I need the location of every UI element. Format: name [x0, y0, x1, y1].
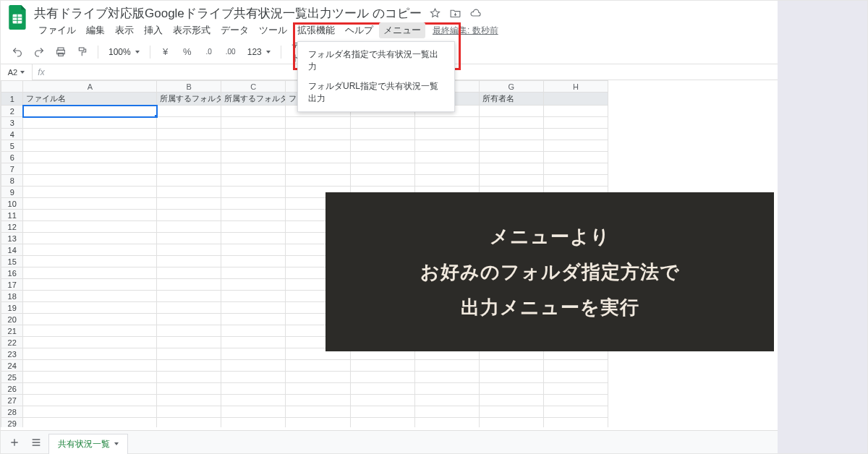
row-header[interactable]: 3: [1, 117, 23, 129]
sheets-logo[interactable]: [8, 5, 28, 30]
cell[interactable]: [414, 152, 479, 163]
cell[interactable]: [23, 302, 157, 314]
cell[interactable]: [350, 152, 414, 163]
cell[interactable]: [543, 175, 608, 187]
cell[interactable]: [543, 129, 608, 140]
cell[interactable]: [414, 418, 479, 428]
cell[interactable]: [543, 152, 608, 163]
cell[interactable]: [23, 383, 157, 395]
cell[interactable]: [157, 302, 221, 314]
cell[interactable]: [221, 325, 286, 337]
cell[interactable]: [350, 406, 414, 418]
cell[interactable]: [157, 187, 221, 198]
cell[interactable]: [350, 117, 414, 129]
menu-custom-menu[interactable]: メニュー: [379, 22, 425, 38]
star-icon[interactable]: [429, 7, 442, 20]
cell[interactable]: [543, 395, 608, 406]
cell[interactable]: [350, 383, 414, 395]
row-header[interactable]: 4: [1, 129, 23, 140]
row-header[interactable]: 6: [1, 152, 23, 163]
cell[interactable]: [221, 256, 286, 267]
paint-format-button[interactable]: [73, 43, 92, 61]
doc-title[interactable]: 共有ドライブ対応版Googleドライブ共有状況一覧出力ツール のコピー: [34, 5, 422, 22]
cell[interactable]: [221, 337, 286, 348]
cell[interactable]: [479, 163, 543, 175]
cell[interactable]: [157, 325, 221, 337]
cell[interactable]: [157, 337, 221, 348]
cell[interactable]: [543, 372, 608, 383]
cell[interactable]: [479, 140, 543, 152]
cell[interactable]: [221, 372, 286, 383]
row-header[interactable]: 12: [1, 221, 23, 233]
cell[interactable]: [221, 106, 286, 117]
cell[interactable]: 所属するフォルダURL: [221, 93, 286, 106]
cell[interactable]: [350, 395, 414, 406]
cell[interactable]: [23, 152, 157, 163]
menu-file[interactable]: ファイル: [34, 22, 80, 38]
cell[interactable]: [221, 198, 286, 210]
cell[interactable]: [157, 291, 221, 302]
cell[interactable]: [286, 140, 350, 152]
cell[interactable]: [350, 163, 414, 175]
cell[interactable]: [414, 129, 479, 140]
cell[interactable]: [221, 348, 286, 360]
cell[interactable]: [157, 348, 221, 360]
print-button[interactable]: [51, 43, 70, 61]
cell[interactable]: [23, 267, 157, 279]
cell[interactable]: [414, 406, 479, 418]
cell[interactable]: [23, 325, 157, 337]
cell[interactable]: [221, 360, 286, 372]
cell[interactable]: [221, 129, 286, 140]
col-header[interactable]: C: [221, 81, 286, 93]
cell[interactable]: [23, 314, 157, 325]
percent-button[interactable]: %: [178, 43, 197, 61]
cell[interactable]: [350, 372, 414, 383]
row-header[interactable]: 1: [1, 93, 23, 106]
cell[interactable]: [286, 152, 350, 163]
cell[interactable]: [23, 106, 157, 117]
row-header[interactable]: 16: [1, 267, 23, 279]
formula-bar[interactable]: [50, 65, 867, 80]
row-header[interactable]: 8: [1, 175, 23, 187]
cell[interactable]: [286, 360, 350, 372]
menu-data[interactable]: データ: [216, 22, 253, 38]
cell[interactable]: [157, 106, 221, 117]
col-header[interactable]: G: [479, 81, 543, 93]
menu-tools[interactable]: ツール: [255, 22, 292, 38]
cell[interactable]: [157, 175, 221, 187]
menu-format[interactable]: 表示形式: [169, 22, 215, 38]
cell[interactable]: [479, 360, 543, 372]
cell[interactable]: [221, 383, 286, 395]
cell[interactable]: [221, 163, 286, 175]
cell[interactable]: [157, 210, 221, 221]
cell[interactable]: [221, 406, 286, 418]
row-header[interactable]: 29: [1, 418, 23, 428]
row-header[interactable]: 19: [1, 302, 23, 314]
cell[interactable]: [414, 395, 479, 406]
cell[interactable]: [543, 163, 608, 175]
cell[interactable]: [221, 291, 286, 302]
row-header[interactable]: 7: [1, 163, 23, 175]
cell[interactable]: [157, 198, 221, 210]
cell[interactable]: [543, 406, 608, 418]
dec-decrease-button[interactable]: .0: [200, 43, 218, 61]
row-header[interactable]: 10: [1, 198, 23, 210]
cell[interactable]: [286, 117, 350, 129]
menu-help[interactable]: ヘルプ: [341, 22, 378, 38]
cell[interactable]: [543, 117, 608, 129]
cell[interactable]: [157, 152, 221, 163]
row-header[interactable]: 17: [1, 279, 23, 291]
cell[interactable]: [286, 383, 350, 395]
cell[interactable]: [23, 198, 157, 210]
cell[interactable]: [23, 418, 157, 428]
row-header[interactable]: 14: [1, 244, 23, 256]
cell[interactable]: [23, 256, 157, 267]
cell[interactable]: [221, 187, 286, 198]
cell[interactable]: [543, 93, 608, 106]
zoom-select[interactable]: 100%: [104, 43, 144, 61]
cell[interactable]: [23, 163, 157, 175]
row-header[interactable]: 5: [1, 140, 23, 152]
cell[interactable]: [414, 140, 479, 152]
cell[interactable]: [414, 360, 479, 372]
row-header[interactable]: 13: [1, 233, 23, 244]
